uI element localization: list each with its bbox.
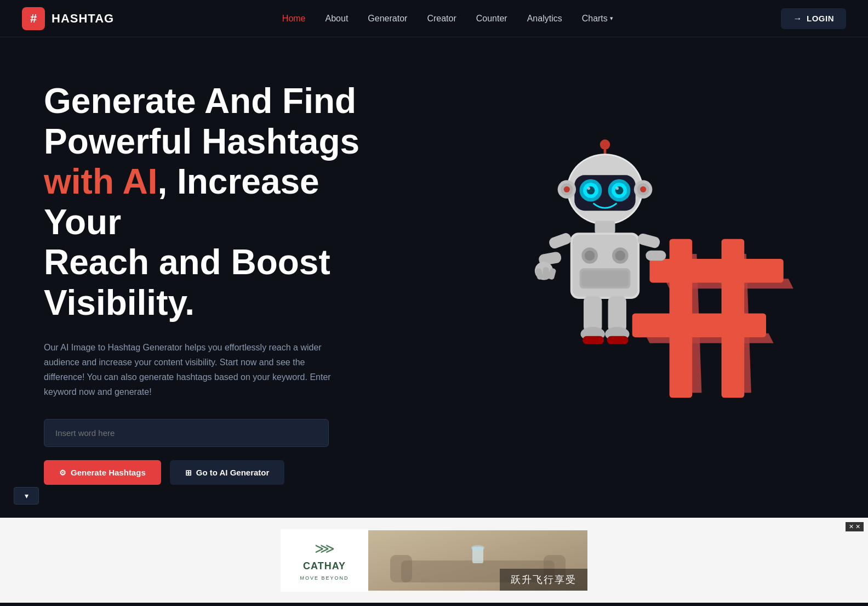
navbar: # HASHTAG Home About Generator Creator C… bbox=[0, 0, 868, 37]
nav-links: Home About Generator Creator Counter Ana… bbox=[282, 14, 613, 24]
login-button[interactable]: → LOGIN bbox=[781, 8, 846, 29]
svg-rect-7 bbox=[722, 239, 745, 398]
svg-rect-35 bbox=[581, 270, 628, 287]
scroll-down-button[interactable]: ▾ bbox=[14, 487, 39, 505]
svg-point-26 bbox=[640, 186, 646, 192]
nav-link-counter[interactable]: Counter bbox=[476, 14, 507, 24]
nav-link-analytics[interactable]: Analytics bbox=[527, 14, 562, 24]
svg-rect-52 bbox=[390, 555, 412, 582]
nav-link-home[interactable]: Home bbox=[282, 14, 306, 24]
nav-link-generator[interactable]: Generator bbox=[368, 14, 407, 24]
ad-logo: ⋙ CATHAY MOVE BEYOND bbox=[281, 529, 368, 592]
svg-rect-40 bbox=[543, 268, 549, 280]
hero-title: Generate And Find Powerful Hashtags with… bbox=[44, 81, 373, 324]
ai-icon: ⊞ bbox=[185, 468, 192, 477]
logo-icon: # bbox=[22, 7, 45, 30]
svg-point-31 bbox=[585, 251, 595, 261]
svg-rect-44 bbox=[584, 296, 602, 332]
keyword-input[interactable] bbox=[44, 419, 329, 447]
login-arrow-icon: → bbox=[793, 14, 802, 24]
svg-point-19 bbox=[587, 187, 591, 190]
svg-rect-49 bbox=[607, 336, 629, 344]
chevron-down-icon: ▾ bbox=[25, 491, 28, 500]
svg-rect-36 bbox=[548, 232, 573, 250]
svg-rect-27 bbox=[595, 221, 615, 234]
svg-rect-48 bbox=[583, 336, 604, 344]
hero-left: Generate And Find Powerful Hashtags with… bbox=[44, 81, 373, 485]
svg-point-20 bbox=[616, 187, 619, 190]
hero-description: Our AI Image to Hashtag Generator helps … bbox=[44, 340, 340, 400]
generate-hashtags-button[interactable]: ⚙ Generate Hashtags bbox=[44, 460, 161, 485]
nav-link-about[interactable]: About bbox=[326, 14, 349, 24]
svg-rect-42 bbox=[636, 233, 661, 249]
svg-point-23 bbox=[564, 186, 570, 192]
ad-close-button[interactable]: ✕ ✕ bbox=[846, 522, 864, 531]
cathay-bird-icon: ⋙ bbox=[315, 540, 335, 557]
svg-rect-45 bbox=[608, 296, 626, 332]
svg-point-55 bbox=[471, 545, 484, 551]
svg-rect-43 bbox=[646, 251, 666, 261]
ad-image[interactable]: 跃升飞行享受 bbox=[368, 530, 587, 591]
nav-link-charts[interactable]: Charts ▾ bbox=[582, 14, 613, 24]
svg-point-9 bbox=[600, 139, 610, 150]
nav-link-creator[interactable]: Creator bbox=[427, 14, 456, 24]
hero-input-row bbox=[44, 419, 373, 447]
ai-generator-button[interactable]: ⊞ Go to AI Generator bbox=[170, 460, 285, 485]
svg-point-33 bbox=[615, 251, 626, 261]
logo-text: HASHTAG bbox=[52, 12, 114, 26]
hero-section: Generate And Find Powerful Hashtags with… bbox=[0, 37, 868, 518]
ad-brand-sub: MOVE BEYOND bbox=[300, 575, 349, 581]
robot-illustration bbox=[534, 129, 676, 382]
ad-section: ✕ ✕ ⋙ CATHAY MOVE BEYOND bbox=[0, 518, 868, 603]
gear-icon: ⚙ bbox=[59, 468, 66, 477]
hero-buttons: ⚙ Generate Hashtags ⊞ Go to AI Generator bbox=[44, 460, 373, 485]
ad-content: ⋙ CATHAY MOVE BEYOND bbox=[270, 529, 598, 592]
chevron-down-icon: ▾ bbox=[610, 15, 613, 22]
ad-overlay-text: 跃升飞行享受 bbox=[500, 569, 587, 591]
ad-brand-name: CATHAY bbox=[303, 560, 346, 572]
hero-illustration bbox=[517, 124, 824, 442]
logo[interactable]: # HASHTAG bbox=[22, 7, 114, 30]
